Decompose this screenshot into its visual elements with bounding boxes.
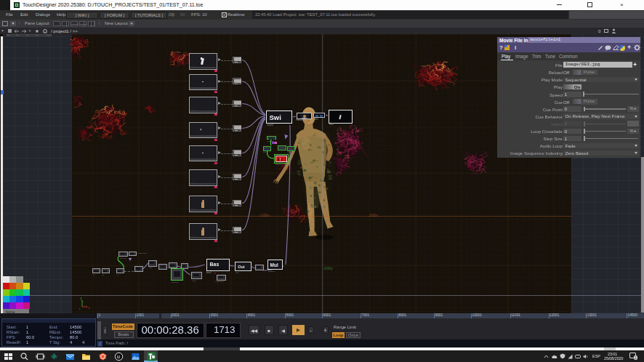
svg-text:-100y: -100y xyxy=(323,266,333,270)
svg-text:x: x xyxy=(89,306,91,310)
svg-text:z: z xyxy=(79,307,81,310)
svg-text:u: u xyxy=(117,354,120,359)
svg-text:y: y xyxy=(81,297,83,300)
